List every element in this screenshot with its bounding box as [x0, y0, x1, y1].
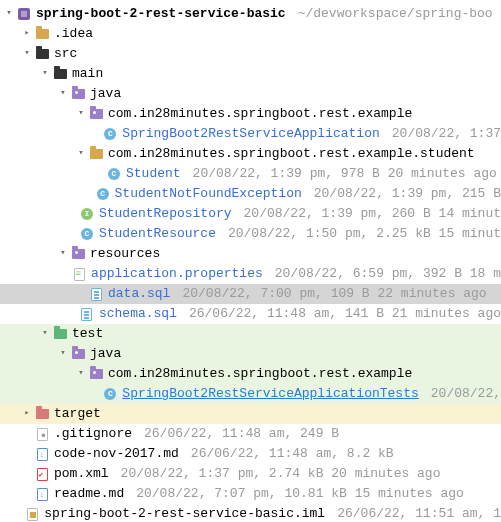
tree-row[interactable]: ▸target	[0, 404, 501, 424]
package-icon	[88, 366, 104, 382]
node-label: .gitignore	[54, 424, 132, 444]
node-label: java	[90, 344, 121, 364]
tree-row[interactable]: code-nov-2017.md26/06/22, 11:48 am, 8.2 …	[0, 444, 501, 464]
tree-row[interactable]: ▾java	[0, 344, 501, 364]
node-meta: 20/08/22, 1:39 pm, 978 B 20 minutes ago	[193, 164, 497, 184]
chevron-right-icon[interactable]: ▸	[22, 27, 32, 41]
tree-row[interactable]: pom.xml20/08/22, 1:37 pm, 2.74 kB 20 min…	[0, 464, 501, 484]
node-label: SpringBoot2RestServiceApplication	[122, 124, 379, 144]
node-label: test	[72, 324, 103, 344]
node-label: com.in28minutes.springboot.rest.example.…	[108, 144, 475, 164]
node-meta: 26/06/22, 11:51 am, 1	[337, 504, 501, 522]
node-label: application.properties	[91, 264, 263, 284]
test-folder-icon	[52, 326, 68, 342]
node-meta: 26/06/22, 11:48 am, 141 B 21 minutes ago	[189, 304, 501, 324]
node-label: schema.sql	[99, 304, 177, 324]
node-label: com.in28minutes.springboot.rest.example	[108, 104, 412, 124]
tree-row[interactable]: CStudentResource20/08/22, 1:50 pm, 2.25 …	[0, 224, 501, 244]
package-icon	[70, 246, 86, 262]
node-meta: 20/08/22, 1:37 pm, 2.74 kB 20 minutes ag…	[121, 464, 441, 484]
node-meta: 20/08/22, 1:39 pm, 215 B	[314, 184, 501, 204]
tree-row[interactable]: ▾spring-boot-2-rest-service-basic~/devwo…	[0, 4, 501, 24]
node-meta: 20/08/22, 1:39 pm, 260 B 14 minut	[244, 204, 501, 224]
chevron-down-icon[interactable]: ▾	[76, 147, 86, 161]
class-icon: C	[95, 186, 111, 202]
node-label: StudentNotFoundException	[115, 184, 302, 204]
tree-row[interactable]: IStudentRepository20/08/22, 1:39 pm, 260…	[0, 204, 501, 224]
tree-row[interactable]: ▾com.in28minutes.springboot.rest.example	[0, 364, 501, 384]
tree-row[interactable]: schema.sql26/06/22, 11:48 am, 141 B 21 m…	[0, 304, 501, 324]
chevron-down-icon[interactable]: ▾	[58, 347, 68, 361]
class-icon: C	[102, 386, 118, 402]
tree-row[interactable]: ▾com.in28minutes.springboot.rest.example…	[0, 144, 501, 164]
node-label: spring-boot-2-rest-service-basic.iml	[44, 504, 325, 522]
tree-row[interactable]: .gitignore26/06/22, 11:48 am, 249 B	[0, 424, 501, 444]
tree-row[interactable]: ▾test	[0, 324, 501, 344]
tree-row[interactable]: CStudent20/08/22, 1:39 pm, 978 B 20 minu…	[0, 164, 501, 184]
tree-row[interactable]: application.properties20/08/22, 6:59 pm,…	[0, 264, 501, 284]
gitignore-icon	[34, 426, 50, 442]
module-icon	[16, 6, 32, 22]
node-label: resources	[90, 244, 160, 264]
node-meta: 20/08/22, 6:59 pm, 392 B 18 m	[275, 264, 501, 284]
folder-icon	[34, 46, 50, 62]
folder-icon	[34, 26, 50, 42]
node-meta: 20/08/22,	[431, 384, 501, 404]
tree-row[interactable]: CSpringBoot2RestServiceApplicationTests2…	[0, 384, 501, 404]
project-tree: ▾spring-boot-2-rest-service-basic~/devwo…	[0, 0, 501, 522]
tree-row[interactable]: ▾resources	[0, 244, 501, 264]
tree-row[interactable]: ▾java	[0, 84, 501, 104]
chevron-down-icon[interactable]: ▾	[58, 87, 68, 101]
class-icon: C	[102, 126, 118, 142]
chevron-right-icon[interactable]: ▸	[22, 407, 32, 421]
package-icon	[70, 86, 86, 102]
node-label: java	[90, 84, 121, 104]
properties-file-icon	[71, 266, 87, 282]
node-label: StudentResource	[99, 224, 216, 244]
node-meta: 20/08/22, 1:37	[392, 124, 501, 144]
tree-row[interactable]: spring-boot-2-rest-service-basic.iml26/0…	[0, 504, 501, 522]
chevron-down-icon[interactable]: ▾	[4, 7, 14, 21]
chevron-down-icon[interactable]: ▾	[58, 247, 68, 261]
node-label: src	[54, 44, 77, 64]
tree-row[interactable]: CSpringBoot2RestServiceApplication20/08/…	[0, 124, 501, 144]
tree-row[interactable]: data.sql20/08/22, 7:00 pm, 109 B 22 minu…	[0, 284, 501, 304]
node-label: Student	[126, 164, 181, 184]
tree-row[interactable]: readme.md20/08/22, 7:07 pm, 10.81 kB 15 …	[0, 484, 501, 504]
node-label: SpringBoot2RestServiceApplicationTests	[122, 384, 418, 404]
chevron-down-icon[interactable]: ▾	[40, 327, 50, 341]
folder-icon	[88, 146, 104, 162]
node-label: main	[72, 64, 103, 84]
chevron-down-icon[interactable]: ▾	[40, 67, 50, 81]
tree-row[interactable]: ▸.idea	[0, 24, 501, 44]
node-label: .idea	[54, 24, 93, 44]
tree-row[interactable]: ▾main	[0, 64, 501, 84]
node-meta: ~/devworkspace/spring-boo	[298, 4, 493, 24]
node-meta: 26/06/22, 11:48 am, 8.2 kB	[191, 444, 394, 464]
sql-file-icon	[79, 306, 95, 322]
package-icon	[88, 106, 104, 122]
tree-row[interactable]: CStudentNotFoundException20/08/22, 1:39 …	[0, 184, 501, 204]
node-label: pom.xml	[54, 464, 109, 484]
package-icon	[70, 346, 86, 362]
node-meta: 20/08/22, 7:07 pm, 10.81 kB 15 minutes a…	[136, 484, 464, 504]
chevron-down-icon[interactable]: ▾	[76, 107, 86, 121]
tree-row[interactable]: ▾src	[0, 44, 501, 64]
node-label: com.in28minutes.springboot.rest.example	[108, 364, 412, 384]
node-label: data.sql	[108, 284, 170, 304]
node-label: target	[54, 404, 101, 424]
node-meta: 20/08/22, 7:00 pm, 109 B 22 minutes ago	[182, 284, 486, 304]
chevron-down-icon[interactable]: ▾	[22, 47, 32, 61]
interface-icon: I	[79, 206, 95, 222]
node-label: spring-boot-2-rest-service-basic	[36, 4, 286, 24]
node-label: readme.md	[54, 484, 124, 504]
iml-file-icon	[24, 506, 40, 522]
markdown-file-icon	[34, 486, 50, 502]
chevron-down-icon[interactable]: ▾	[76, 367, 86, 381]
maven-file-icon	[34, 466, 50, 482]
folder-icon	[52, 66, 68, 82]
class-icon: C	[106, 166, 122, 182]
class-icon: C	[79, 226, 95, 242]
node-meta: 20/08/22, 1:50 pm, 2.25 kB 15 minut	[228, 224, 501, 244]
tree-row[interactable]: ▾com.in28minutes.springboot.rest.example	[0, 104, 501, 124]
